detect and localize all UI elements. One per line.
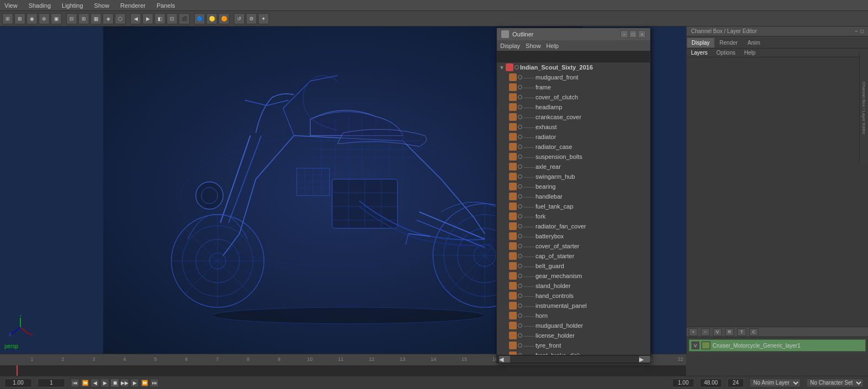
layer-new-btn[interactable]: +	[689, 328, 698, 336]
timeline-mark-10[interactable]: 10	[294, 356, 325, 362]
skip-to-start-btn[interactable]: ⏮	[71, 379, 79, 387]
toolbar-btn-16[interactable]: 🔵	[194, 13, 205, 24]
toolbar-btn-2[interactable]: ⊠	[14, 13, 25, 24]
toolbar-btn-8[interactable]: ▦	[90, 13, 101, 24]
menu-panels[interactable]: Panels	[154, 2, 178, 9]
tree-item-radiator[interactable]: ——radiator	[497, 132, 650, 142]
tree-item-license_holder[interactable]: ——license_holder	[497, 331, 650, 340]
next-frame-btn[interactable]: ▶	[130, 379, 139, 387]
toolbar-btn-6[interactable]: ⊟	[66, 13, 77, 24]
toolbar-btn-3[interactable]: ◉	[26, 13, 37, 24]
outliner-menu-display[interactable]: Display	[500, 42, 520, 49]
timeline-mark-5[interactable]: 5	[140, 356, 171, 362]
timeline-mark-15[interactable]: 15	[449, 356, 480, 362]
tree-item-belt_guard[interactable]: ——belt_guard	[497, 261, 650, 271]
timeline-mark-22[interactable]: 22	[665, 356, 686, 362]
tree-item-headlamp[interactable]: ——headlamp	[497, 102, 650, 112]
toolbar-btn-15[interactable]: ⬛	[179, 13, 190, 24]
playhead[interactable]	[17, 365, 18, 376]
menu-shading[interactable]: Shading	[26, 2, 53, 9]
toolbar-btn-10[interactable]: ⬡	[115, 13, 126, 24]
hscroll-left[interactable]: ◀	[499, 356, 510, 363]
tree-item-axle_rear[interactable]: ——axle_rear	[497, 162, 650, 172]
outliner-search-input[interactable]	[499, 54, 648, 60]
tree-item-crankcase_cover[interactable]: ——crankcase_cover	[497, 112, 650, 122]
outliner-maximize-btn[interactable]: □	[629, 30, 637, 38]
layer-row[interactable]: V Cruiser_Motorcycle_Generic_layer1	[689, 339, 866, 351]
tree-item-tyre_front[interactable]: ——tyre_front	[497, 340, 650, 350]
start-frame-input[interactable]	[672, 379, 694, 387]
tree-item-batterybox[interactable]: ——batterybox	[497, 231, 650, 241]
tree-item-fuel_tank_cap[interactable]: ——fuel_tank_cap	[497, 201, 650, 211]
tree-item-mudguard_holder[interactable]: ——mudguard_holder	[497, 321, 650, 331]
tree-item-stand_holder[interactable]: ——stand_holder	[497, 281, 650, 291]
fps-input[interactable]	[727, 379, 744, 387]
tree-item-mudguard_front[interactable]: ——mudguard_front	[497, 72, 650, 82]
cb-minimize[interactable]: −	[855, 28, 858, 34]
timeline-mark-3[interactable]: 3	[78, 356, 109, 362]
toolbar-btn-20[interactable]: ⚙	[246, 13, 257, 24]
toolbar-btn-7[interactable]: ⊞	[78, 13, 89, 24]
timeline-mark-6[interactable]: 6	[171, 356, 202, 362]
toolbar-btn-1[interactable]: ⊞	[2, 13, 13, 24]
timeline-mark-7[interactable]: 7	[202, 356, 233, 362]
current-frame-input[interactable]	[4, 379, 32, 387]
tab-display[interactable]: Display	[687, 38, 715, 48]
timeline-mark-1[interactable]: 1	[17, 356, 47, 362]
outliner-menu-help[interactable]: Help	[546, 42, 559, 49]
timeline-mark-2[interactable]: 2	[47, 356, 78, 362]
frame-input-2[interactable]	[37, 379, 65, 387]
timeline-mark-12[interactable]: 12	[356, 356, 387, 362]
tree-item-exhaust[interactable]: ——exhaust	[497, 122, 650, 132]
tree-item-root[interactable]: ▼Indian_Scout_Sixty_2016	[497, 62, 650, 72]
layer-color-btn[interactable]: C	[749, 328, 758, 336]
tree-item-radiator_case[interactable]: ——radiator_case	[497, 142, 650, 152]
expand-icon-root[interactable]: ▼	[499, 65, 505, 71]
layer-reference-btn[interactable]: R	[725, 328, 734, 336]
anim-layer-select[interactable]: No Anim Layer	[749, 379, 801, 387]
toolbar-btn-5[interactable]: ▣	[51, 13, 62, 24]
tab-anim[interactable]: Anim	[743, 38, 765, 48]
tree-item-hand_controls[interactable]: ——hand_controls	[497, 291, 650, 301]
layer-visibility-toggle[interactable]: V	[692, 342, 699, 349]
toolbar-btn-13[interactable]: ◧	[154, 13, 165, 24]
tree-item-bearing[interactable]: ——bearing	[497, 182, 650, 191]
timeline-mark-13[interactable]: 13	[387, 356, 418, 362]
tree-item-front_brake_disk[interactable]: ——front_brake_disk	[497, 350, 650, 355]
tree-item-fork[interactable]: ——fork	[497, 211, 650, 221]
tree-item-gear_mechanism[interactable]: ——gear_mechanism	[497, 271, 650, 281]
next-key-btn[interactable]: ⏩	[140, 379, 149, 387]
subtab-options[interactable]: Options	[712, 49, 740, 57]
toolbar-btn-11[interactable]: ◀	[130, 13, 141, 24]
subtab-help[interactable]: Help	[740, 49, 760, 57]
outliner-menu-show[interactable]: Show	[526, 42, 541, 49]
menu-view[interactable]: View	[2, 2, 20, 9]
play-back-btn[interactable]: ▶	[100, 379, 109, 387]
outliner-hscrollbar[interactable]: ◀ ▶	[497, 355, 650, 363]
subtab-layers[interactable]: Layers	[687, 49, 712, 57]
toolbar-btn-19[interactable]: ↺	[234, 13, 245, 24]
stop-btn[interactable]: ⏹	[110, 379, 119, 387]
toolbar-btn-17[interactable]: 🟡	[206, 13, 217, 24]
outliner-tree[interactable]: ▼Indian_Scout_Sixty_2016——mudguard_front…	[497, 62, 650, 355]
tree-item-handlebar[interactable]: ——handlebar	[497, 191, 650, 201]
menu-show[interactable]: Show	[92, 2, 112, 9]
timeline-mark-14[interactable]: 14	[418, 356, 449, 362]
tree-item-cover_of_starter[interactable]: ——cover_of_starter	[497, 241, 650, 251]
layer-template-btn[interactable]: T	[737, 328, 746, 336]
outliner-minimize-btn[interactable]: −	[620, 30, 628, 38]
char-set-select[interactable]: No Character Set	[806, 379, 864, 387]
tree-item-radiator_fan_cover[interactable]: ——radiator_fan_cover	[497, 221, 650, 231]
tree-item-frame[interactable]: ——frame	[497, 82, 650, 92]
timeline-mark-9[interactable]: 9	[264, 356, 294, 362]
toolbar-btn-18[interactable]: 🟠	[218, 13, 229, 24]
timeline-bar[interactable]	[0, 365, 686, 376]
tree-item-instrumental_panel[interactable]: ——instrumental_panel	[497, 301, 650, 311]
toolbar-btn-21[interactable]: ✦	[258, 13, 269, 24]
toolbar-btn-12[interactable]: ▶	[142, 13, 153, 24]
tree-item-swingarm_hub[interactable]: ——swingarm_hub	[497, 172, 650, 182]
menu-renderer[interactable]: Renderer	[118, 2, 148, 9]
cb-maximize[interactable]: □	[860, 28, 864, 34]
tree-item-cap_of_starter[interactable]: ——cap_of_starter	[497, 251, 650, 261]
toolbar-btn-14[interactable]: ⊡	[167, 13, 178, 24]
